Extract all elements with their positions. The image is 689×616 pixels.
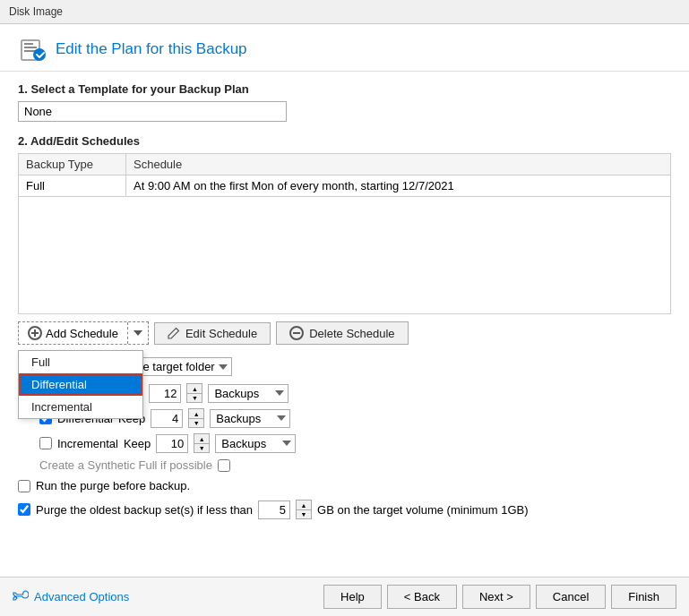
next-button[interactable]: Next > — [462, 585, 530, 609]
purge-oldest-text: Purge the oldest backup set(s) if less t… — [36, 503, 253, 517]
plus-icon — [28, 326, 42, 340]
edit-icon — [168, 327, 180, 339]
synthetic-row: Create a Synthetic Full if possible — [39, 458, 671, 472]
delete-schedule-label: Delete Schedule — [309, 327, 394, 340]
spinner-down-incremental[interactable]: ▼ — [194, 443, 210, 453]
template-select[interactable]: None Daily Weekly Monthly — [18, 101, 287, 122]
run-before-label[interactable]: Run the purge before backup. — [18, 479, 671, 492]
edit-schedule-button[interactable]: Edit Schedule — [154, 322, 271, 345]
spinner-up-incremental[interactable]: ▲ — [194, 433, 210, 443]
keep-value-differential[interactable] — [151, 409, 183, 428]
window-title: Disk Image — [9, 5, 63, 18]
spinner-incremental: ▲ ▼ — [194, 433, 210, 453]
dialog-footer: Advanced Options Help < Back Next > Canc… — [0, 577, 689, 616]
section-2: 2. Add/Edit Schedules Backup Type Schedu… — [18, 134, 671, 345]
add-schedule-container: Add Schedule Full Differential Increment… — [18, 321, 149, 345]
dropdown-item-full[interactable]: Full — [19, 351, 142, 373]
dropdown-item-incremental[interactable]: Incremental — [19, 396, 142, 418]
purge-unit-text: GB on the target volume (minimum 1GB) — [317, 503, 529, 517]
help-button[interactable]: Help — [323, 585, 382, 609]
synthetic-checkbox[interactable] — [218, 459, 230, 472]
section-1: 1. Select a Template for your Backup Pla… — [18, 82, 671, 122]
schedule-table-header: Backup Type Schedule — [19, 154, 670, 175]
svg-rect-2 — [24, 47, 37, 48]
finish-button[interactable]: Finish — [611, 585, 676, 609]
footer-buttons: Help < Back Next > Cancel Finish — [323, 585, 676, 609]
incremental-checkbox[interactable] — [39, 437, 52, 449]
run-before-row: Run the purge before backup. — [18, 479, 671, 492]
table-empty-area — [19, 197, 670, 313]
add-schedule-main[interactable]: Add Schedule — [19, 322, 128, 344]
advanced-options-label: Advanced Options — [34, 590, 129, 603]
run-before-text: Run the purge before backup. — [36, 479, 190, 492]
keep-type-full[interactable]: Backups Days Weeks Months — [208, 384, 289, 403]
svg-point-4 — [33, 48, 46, 61]
schedule-table-wrap: Backup Type Schedule Full At 9:00 AM on … — [18, 153, 671, 314]
dialog-body: 1. Select a Template for your Backup Pla… — [0, 72, 689, 577]
minus-circle-icon — [289, 326, 304, 340]
add-schedule-arrow[interactable] — [128, 322, 148, 344]
run-before-checkbox[interactable] — [18, 480, 30, 492]
keep-type-differential[interactable]: Backups Days Weeks Months — [210, 409, 290, 428]
cell-backup-type: Full — [19, 175, 126, 196]
purge-value-input[interactable] — [258, 500, 290, 519]
main-dialog: Disk Image Edit the Plan for this Backup… — [0, 0, 689, 616]
backup-plan-icon — [18, 35, 47, 64]
back-button[interactable]: < Back — [387, 585, 457, 609]
spinner-differential: ▲ ▼ — [188, 408, 204, 428]
section-2-label: 2. Add/Edit Schedules — [18, 134, 671, 148]
add-schedule-dropdown: Full Differential Incremental — [18, 350, 143, 419]
table-row[interactable]: Full At 9:00 AM on the first Mon of ever… — [19, 175, 670, 197]
keep-value-incremental[interactable] — [156, 434, 188, 453]
spinner-purge: ▲ ▼ — [296, 500, 312, 519]
purge-oldest-row: Purge the oldest backup set(s) if less t… — [18, 500, 671, 519]
add-schedule-split-button[interactable]: Add Schedule — [18, 321, 149, 345]
spinner-down-full[interactable]: ▼ — [186, 393, 202, 403]
template-select-wrap: None Daily Weekly Monthly — [18, 101, 287, 122]
keep-type-incremental[interactable]: Backups Days Weeks Months — [215, 434, 296, 453]
dialog-header: Edit the Plan for this Backup — [0, 24, 689, 72]
keep-row-incremental: Incremental Keep ▲ ▼ Backups Days Weeks … — [39, 433, 671, 453]
purge-oldest-checkbox[interactable] — [18, 503, 30, 516]
wrench-icon — [13, 589, 29, 605]
svg-rect-1 — [24, 43, 33, 45]
delete-schedule-button[interactable]: Delete Schedule — [276, 321, 408, 345]
spinner-up-full[interactable]: ▲ — [186, 383, 202, 393]
incremental-label: Incremental — [57, 437, 118, 450]
section-1-label: 1. Select a Template for your Backup Pla… — [18, 82, 671, 96]
dropdown-item-differential[interactable]: Differential — [19, 373, 142, 396]
incremental-checkbox-label[interactable]: Incremental — [39, 437, 118, 450]
advanced-options-link[interactable]: Advanced Options — [13, 589, 129, 605]
spinner-down-purge[interactable]: ▼ — [296, 509, 312, 519]
schedule-table-body: Full At 9:00 AM on the first Mon of ever… — [19, 175, 670, 313]
cell-schedule: At 9:00 AM on the first Mon of every mon… — [126, 175, 670, 196]
col-schedule: Schedule — [126, 154, 670, 175]
schedule-actions: Add Schedule Full Differential Increment… — [18, 321, 671, 345]
cancel-button[interactable]: Cancel — [536, 585, 606, 609]
title-bar: Disk Image — [0, 0, 689, 24]
keep-label-3: Keep — [124, 437, 151, 450]
spinner-up-purge[interactable]: ▲ — [296, 500, 312, 509]
chevron-down-icon — [133, 330, 142, 336]
spinner-full: ▲ ▼ — [186, 383, 202, 403]
edit-schedule-label: Edit Schedule — [185, 327, 257, 340]
synthetic-label: Create a Synthetic Full if possible — [39, 458, 212, 472]
dialog-title: Edit the Plan for this Backup — [56, 40, 247, 58]
add-schedule-label: Add Schedule — [46, 327, 118, 340]
spinner-down-differential[interactable]: ▼ — [188, 418, 204, 428]
keep-value-full[interactable] — [149, 384, 181, 403]
spinner-up-differential[interactable]: ▲ — [188, 408, 204, 418]
col-backup-type: Backup Type — [19, 154, 126, 175]
